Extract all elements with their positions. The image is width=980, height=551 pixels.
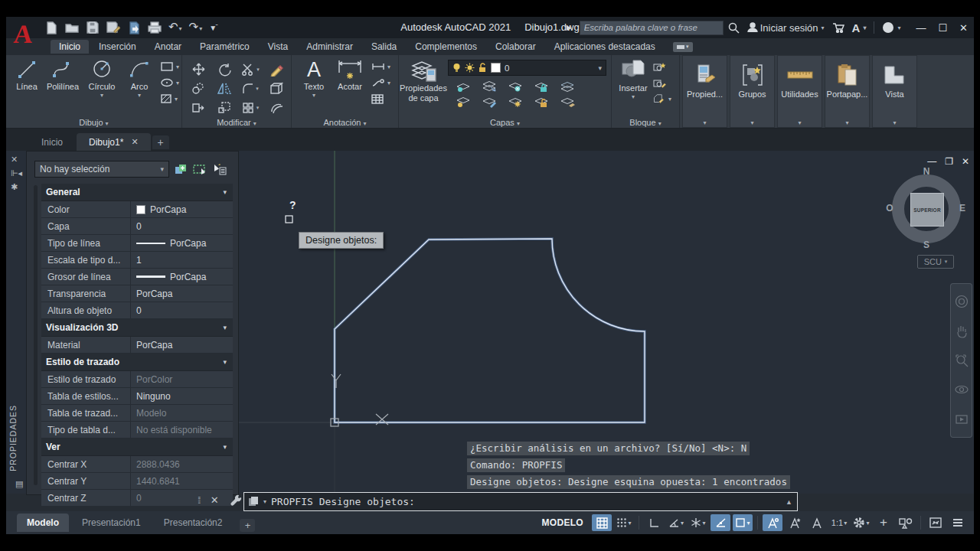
vp-minimize-icon[interactable]: — — [927, 156, 936, 167]
tab-insercion[interactable]: Inserción — [90, 40, 145, 54]
box-3d-button[interactable] — [263, 79, 289, 98]
tab-parametrico[interactable]: Paramétrico — [191, 40, 258, 54]
viewcube-east[interactable]: E — [957, 203, 968, 214]
command-close-icon[interactable]: ✕ — [211, 494, 219, 506]
tab-salida[interactable]: Salida — [363, 40, 405, 54]
navigation-bar[interactable] — [950, 283, 972, 438]
command-recent-caret[interactable]: ▾ — [263, 498, 266, 505]
layer-unlock-button2[interactable] — [534, 96, 550, 108]
scu-dropdown-button[interactable]: SCU▾ — [917, 255, 954, 269]
array-button[interactable]: ▾ — [237, 98, 263, 117]
layout-tab-presentacion2[interactable]: Presentación2 — [154, 514, 233, 532]
quick-select-icon[interactable] — [212, 163, 227, 176]
panel-label-bloque[interactable]: Bloque ▾ — [612, 118, 679, 127]
command-drag-handle[interactable]: ⁞⁞ — [198, 495, 200, 506]
rotate-button[interactable] — [211, 60, 237, 79]
trim-button[interactable]: ▾ — [237, 60, 263, 79]
signin-button[interactable]: Iniciar sesión▾ — [747, 22, 825, 34]
command-expand-icon[interactable]: ▲ — [786, 498, 792, 506]
layer-isolate-button[interactable] — [456, 80, 472, 93]
minimize-button[interactable]: — — [916, 22, 926, 34]
osnap-toggle[interactable]: ▾ — [733, 514, 753, 531]
customization-gear-button[interactable]: ▾ — [851, 514, 871, 531]
dimension-button[interactable]: Acotar — [330, 55, 370, 105]
close-tab-icon[interactable]: ✕ — [131, 137, 138, 147]
linear-dim-button[interactable]: ▾ — [371, 61, 390, 73]
panel-grupos-collapsed[interactable]: Grupos ▾ — [730, 55, 775, 128]
command-prompt-text[interactable]: PROPFIS Designe objetos: — [271, 496, 781, 507]
clean-screen-button[interactable] — [926, 514, 946, 531]
prop-row-grosor-linea[interactable]: Grosor de línea PorCapa — [41, 269, 233, 285]
tab-administrar[interactable]: Administrar — [298, 40, 361, 54]
polar-tracking-toggle[interactable]: ▾ — [666, 514, 686, 531]
new-drawing-tab-button[interactable]: + — [152, 135, 169, 149]
move-button[interactable] — [185, 60, 211, 79]
prop-row-estilo-trazado[interactable]: Estilo de trazado PorColor — [41, 371, 233, 388]
palette-bottom-icon[interactable]: ▤ — [15, 479, 23, 489]
tab-anotar[interactable]: Anotar — [146, 40, 190, 54]
leader-button[interactable]: ▾ — [371, 77, 390, 89]
model-space-button[interactable]: MODELO — [536, 514, 590, 531]
layer-on-off-button[interactable] — [456, 96, 472, 108]
vp-close-icon[interactable]: ✕ — [962, 156, 969, 167]
annotation-scale-icon-button[interactable] — [807, 514, 827, 531]
mirror-button[interactable] — [211, 79, 237, 98]
ellipse-tool-button[interactable]: ▾ — [161, 77, 179, 89]
vp-restore-icon[interactable]: ❐ — [945, 156, 953, 167]
palette-scroll-groove[interactable] — [34, 185, 38, 485]
layer-lock-button[interactable] — [534, 80, 550, 93]
prop-row-material[interactable]: Material PorCapa — [41, 337, 233, 354]
palette-autohide-icon[interactable]: ⊩◂ — [11, 168, 26, 178]
autodesk-app-icon[interactable]: A▾ — [852, 21, 867, 34]
toggle-pickadd-icon[interactable] — [174, 163, 188, 176]
panel-propiedades-collapsed[interactable]: Propied... ▾ — [682, 55, 727, 128]
command-line-input[interactable]: ▾ PROPFIS Designe objetos: ▲ — [243, 492, 798, 511]
section-ver[interactable]: Ver▾ — [41, 439, 233, 456]
command-customize-icon[interactable] — [249, 497, 259, 507]
viewcube[interactable]: N S E O SUPERIOR — [890, 172, 963, 246]
layer-thaw-button[interactable] — [508, 96, 524, 108]
palette-close-icon[interactable]: ✕ — [11, 155, 26, 165]
fillet-button[interactable]: ▾ — [237, 79, 263, 98]
new-layout-button[interactable]: + — [240, 519, 255, 532]
maximize-button[interactable]: ☐ — [938, 22, 947, 34]
add-status-button[interactable]: + — [874, 514, 893, 531]
layer-change-button[interactable] — [482, 96, 498, 108]
prop-row-transparencia[interactable]: Transparencia PorCapa — [41, 285, 233, 302]
ortho-toggle[interactable] — [644, 514, 664, 531]
layer-walk-button[interactable] — [560, 96, 577, 108]
erase-button[interactable] — [263, 60, 289, 79]
prop-row-tipo-linea[interactable]: Tipo de línea PorCapa — [41, 235, 233, 252]
select-objects-icon[interactable] — [193, 163, 207, 176]
layer-dropdown-caret[interactable]: ▾ — [598, 64, 602, 72]
viewcube-north[interactable]: N — [921, 166, 932, 177]
selection-dropdown[interactable]: No hay selección▾ — [34, 161, 169, 178]
layer-properties-button[interactable]: Propiedades de capa — [399, 55, 448, 109]
hatch-tool-button[interactable]: ▾ — [161, 93, 179, 105]
ribbon-display-toggle[interactable]: ▾ — [673, 42, 693, 52]
prop-row-centrar-y[interactable]: Centrar Y 1440.6841 — [41, 473, 233, 490]
viewcube-west[interactable]: O — [884, 203, 895, 214]
section-estilo-trazado[interactable]: Estilo de trazado▾ — [41, 354, 233, 371]
annotation-autoscale-toggle[interactable] — [785, 514, 805, 531]
prop-row-capa[interactable]: Capa 0 — [41, 218, 233, 235]
status-menu-button[interactable] — [948, 514, 968, 531]
panel-vista-collapsed[interactable]: Vista ▾ — [872, 55, 917, 128]
line-button[interactable]: Línea — [11, 55, 43, 105]
command-wrench-icon[interactable] — [230, 494, 243, 507]
panel-portapapeles-collapsed[interactable]: Portapap... ▾ — [825, 55, 870, 128]
offset-button[interactable] — [263, 98, 289, 117]
search-expand-icon[interactable]: ▶ — [567, 24, 572, 31]
tab-inicio[interactable]: Inicio — [51, 40, 89, 54]
file-tab-inicio[interactable]: Inicio — [29, 133, 75, 151]
layout-tab-modelo[interactable]: Modelo — [17, 514, 69, 532]
prop-row-centrar-x[interactable]: Centrar X 2888.0436 — [41, 456, 233, 473]
panel-label-anotacion[interactable]: Anotación ▾ — [292, 118, 398, 127]
model-space-canvas[interactable]: ? Y X Designe objetos: ¿Escribir análisi… — [6, 151, 974, 494]
edit-attributes-button[interactable]: ▾ — [653, 93, 671, 105]
layer-unisolate-button[interactable] — [482, 80, 498, 93]
panel-utilidades-collapsed[interactable]: Utilidades ▾ — [777, 55, 822, 128]
annotation-visibility-toggle[interactable] — [763, 514, 782, 531]
insert-block-button[interactable]: Insertar ▾ — [615, 55, 652, 105]
section-visualizacion-3d[interactable]: Visualización 3D▾ — [41, 319, 233, 337]
